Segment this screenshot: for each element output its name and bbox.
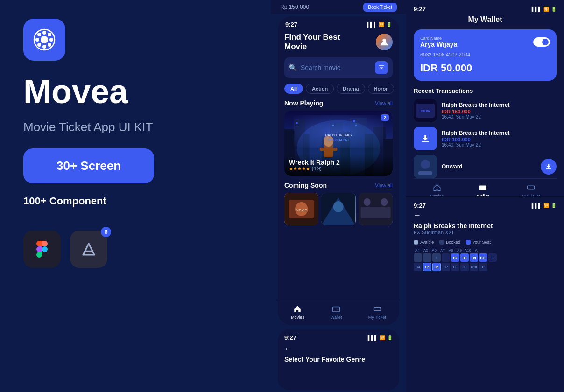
nav-ticket[interactable]: My Ticket [368, 304, 386, 320]
svg-rect-46 [360, 207, 390, 218]
genre-tab-all[interactable]: All [284, 84, 303, 94]
wallet-nav-wallet[interactable]: Wallet [477, 182, 489, 196]
wallet-card-number: 6032 1506 4207 2004 [420, 52, 550, 57]
svg-point-8 [48, 33, 51, 36]
app-icon [23, 19, 65, 61]
battery-icon-s: 🔋 [551, 203, 557, 208]
wallet-nav-label: Wallet [331, 315, 342, 320]
phone-content: Find Your BestMovie 🔍 Search movie [278, 30, 399, 300]
nav-movies[interactable]: Movies [291, 304, 304, 320]
tool-icons: 8 [23, 231, 247, 268]
fab-download-btn[interactable] [541, 159, 557, 175]
svg-rect-56 [418, 171, 432, 175]
wallet-nav-home-icon [432, 182, 442, 193]
your-seat-label: Your Seat [472, 240, 491, 245]
seat-b8[interactable]: B8 [460, 253, 469, 262]
phone-title: Find Your BestMovie [284, 33, 340, 52]
coming-card-2[interactable] [321, 193, 355, 225]
seat-b-end[interactable]: B [488, 253, 497, 262]
wallet-icon [332, 305, 340, 313]
wallet-nav-ticket[interactable]: My Ticket [522, 182, 540, 196]
back-arrow-genre[interactable]: ← [284, 345, 291, 353]
featured-movie-card[interactable]: RALPH BREAKS THE INTERNET 2 Wreck It Ral… [284, 111, 393, 176]
seat-c9[interactable]: C9 [460, 263, 469, 271]
row-label-a7: A7 [439, 248, 446, 252]
wallet-nav-icon [331, 304, 341, 314]
signal-icon: ▌▌▌ [367, 22, 377, 27]
partial-book-btn[interactable]: Book Ticket [363, 3, 397, 12]
seat-grid-container: A4 A5 A6 A7 A8 A9 A10 A 6 B7 B8 B9 B10 B [414, 248, 557, 272]
svg-point-2 [42, 31, 46, 35]
partial-price: Rp 150.000 [280, 4, 309, 10]
seat-b9[interactable]: B9 [470, 253, 478, 262]
coming-card-1[interactable]: MOVIE [284, 193, 318, 225]
view-all-now-playing[interactable]: View all [375, 100, 393, 106]
seat-b4[interactable] [414, 253, 422, 262]
seat-c5[interactable]: C5 [423, 263, 431, 271]
figma-icon[interactable] [23, 231, 61, 268]
middle-phone-section: Rp 150.000 Book Ticket 9:27 ▌▌▌ 🛜 🔋 Find… [271, 0, 406, 392]
wallet-nav-movies[interactable]: Movies [430, 182, 444, 196]
coming-card-3[interactable] [359, 193, 393, 225]
genre-tab-drama[interactable]: Drama [337, 84, 365, 94]
seat-b6[interactable]: 6 [432, 253, 441, 262]
seat-c4[interactable]: C4 [414, 263, 422, 271]
component-label: 100+ Component [23, 195, 247, 207]
search-bar[interactable]: 🔍 Search movie [284, 57, 393, 78]
ui8-badge: 8 [101, 227, 111, 237]
svg-text:RALPH: RALPH [421, 110, 430, 112]
svg-point-3 [42, 45, 46, 49]
genre-tab-horor[interactable]: Horor [368, 84, 394, 94]
partial-top-strip: Rp 150.000 Book Ticket [271, 0, 406, 14]
ui8-logo [79, 240, 98, 259]
legend-available: Avaible [414, 240, 434, 245]
recent-transactions-title: Recent Transactions [414, 87, 557, 94]
wallet-title: My Wallet [414, 15, 557, 24]
filter-button[interactable] [375, 61, 388, 74]
seat-venue: FX Sudirman XXI [414, 230, 557, 235]
seat-c8[interactable]: C8 [451, 263, 459, 271]
seat-legend: Avaible Booked Your Seat [414, 240, 557, 245]
transaction-info-3: Onward [442, 163, 463, 170]
ticket-nav-label: My Ticket [368, 315, 386, 320]
seat-time: 9:27 [414, 202, 426, 209]
svg-point-1 [41, 36, 48, 43]
transaction-1[interactable]: RALPH Ralph Breaks the Internet IDR 150.… [414, 99, 557, 122]
view-all-coming-soon[interactable]: View all [375, 182, 393, 188]
wifi-icon-s: 🛜 [543, 203, 549, 208]
seat-b10[interactable]: B10 [479, 253, 487, 262]
seat-c7[interactable]: C7 [442, 263, 450, 271]
user-avatar[interactable] [376, 34, 393, 50]
movie-badge: 2 [381, 114, 389, 121]
transaction-2[interactable]: Ralph Breaks the Internet IDR 100.000 16… [414, 127, 557, 150]
seat-b7-sel[interactable]: B7 [451, 253, 459, 262]
ticket-icon-wallet [527, 183, 535, 192]
figma-logo [34, 241, 50, 258]
screens-button[interactable]: 30+ Screen [23, 148, 154, 183]
svg-point-7 [48, 43, 51, 47]
wallet-toggle[interactable] [533, 37, 550, 47]
seat-c6[interactable]: C6 [432, 263, 441, 271]
ui8-icon[interactable]: 8 [70, 231, 107, 268]
search-icon: 🔍 [289, 64, 297, 71]
back-arrow-seat[interactable]: ← [414, 211, 557, 219]
fab-download-icon [545, 163, 552, 170]
now-playing-header: Now Playing View all [284, 99, 393, 107]
movie-card-overlay: Wreck It Ralph 2 ★★★★★ (4.9) [284, 154, 393, 176]
wallet-time: 9:27 [414, 6, 426, 13]
nav-wallet[interactable]: Wallet [331, 304, 342, 320]
genre-tab-action[interactable]: Action [306, 84, 334, 94]
row-label-a: A [472, 248, 480, 252]
svg-point-9 [37, 43, 41, 47]
wallet-card-header: Card Name Arya Wijaya [420, 36, 550, 48]
svg-point-4 [35, 38, 39, 42]
seat-c-end[interactable]: C [479, 263, 487, 271]
legend-booked: Booked [439, 240, 460, 245]
seat-status-bar: 9:27 ▌▌▌ 🛜 🔋 [414, 201, 557, 211]
brand-name: Movea [23, 75, 247, 108]
seat-b5[interactable] [423, 253, 431, 262]
seat-c10[interactable]: C10 [470, 263, 478, 271]
seat-b7[interactable] [442, 253, 450, 262]
wifi-icon-2: 🛜 [380, 335, 385, 340]
signal-icon-w: ▌▌▌ [532, 7, 542, 12]
